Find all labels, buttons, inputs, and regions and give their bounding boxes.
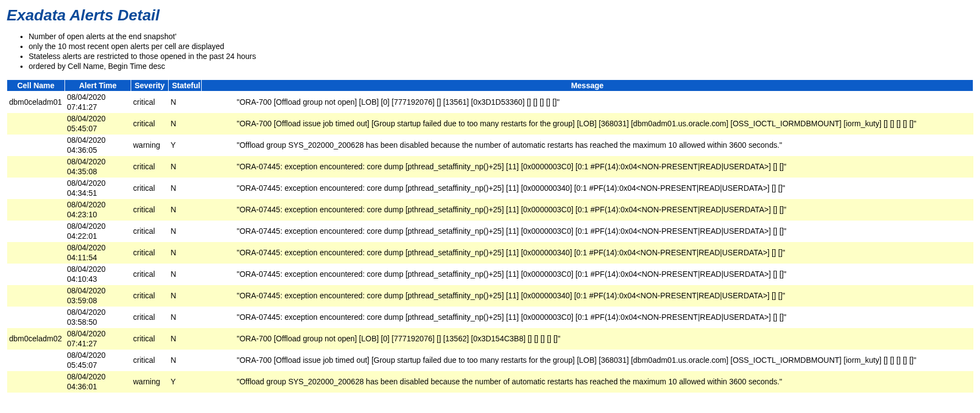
stateful-cell: Y <box>169 371 202 393</box>
stateful-cell: N <box>169 285 202 307</box>
alert-time-cell: 08/04/2020 07:41:27 <box>65 328 131 350</box>
severity-cell: critical <box>131 307 169 328</box>
gap-cell <box>202 135 235 156</box>
severity-cell: critical <box>131 350 169 371</box>
table-row: 08/04/2020 05:45:07criticalN"ORA-700 [Of… <box>7 350 973 371</box>
table-row: 08/04/2020 04:35:08criticalN"ORA-07445: … <box>7 156 973 178</box>
col-severity: Severity <box>131 80 169 92</box>
stateful-cell: N <box>169 242 202 264</box>
table-row: 08/04/2020 03:59:08criticalN"ORA-07445: … <box>7 285 973 307</box>
message-cell: "ORA-07445: exception encountered: core … <box>235 242 973 264</box>
gap-cell <box>202 199 235 221</box>
alert-time-cell: 08/04/2020 05:45:07 <box>65 350 131 371</box>
message-cell: "Offload group SYS_202000_200628 has bee… <box>235 371 973 393</box>
stateful-cell: N <box>169 221 202 242</box>
message-cell: "ORA-07445: exception encountered: core … <box>235 285 973 307</box>
stateful-cell: N <box>169 350 202 371</box>
alert-time-cell: 08/04/2020 04:22:01 <box>65 221 131 242</box>
gap-cell <box>202 371 235 393</box>
severity-cell: critical <box>131 221 169 242</box>
cell-name-cell <box>7 307 65 328</box>
stateful-cell: Y <box>169 135 202 156</box>
gap-cell <box>202 221 235 242</box>
table-row: 08/04/2020 04:23:10criticalN"ORA-07445: … <box>7 199 973 221</box>
message-cell: "Offload group SYS_202000_200628 has bee… <box>235 135 973 156</box>
alert-time-cell: 08/04/2020 04:35:08 <box>65 156 131 178</box>
severity-cell: critical <box>131 264 169 285</box>
gap-cell <box>202 264 235 285</box>
message-cell: "ORA-07445: exception encountered: core … <box>235 178 973 199</box>
col-message: Message <box>202 80 973 92</box>
message-cell: "ORA-07445: exception encountered: core … <box>235 156 973 178</box>
note-item: Number of open alerts at the end snapsho… <box>29 32 973 41</box>
stateful-cell: N <box>169 178 202 199</box>
gap-cell <box>202 350 235 371</box>
alert-time-cell: 08/04/2020 04:36:05 <box>65 135 131 156</box>
severity-cell: critical <box>131 285 169 307</box>
gap-cell <box>202 92 235 114</box>
notes-list: Number of open alerts at the end snapsho… <box>21 32 973 71</box>
table-row: 08/04/2020 03:58:50criticalN"ORA-07445: … <box>7 307 973 328</box>
cell-name-cell: dbm0celadm01 <box>7 92 65 114</box>
cell-name-cell <box>7 178 65 199</box>
table-row: 08/04/2020 04:36:01warningY"Offload grou… <box>7 371 973 393</box>
alert-time-cell: 08/04/2020 04:11:54 <box>65 242 131 264</box>
cell-name-cell <box>7 285 65 307</box>
cell-name-cell <box>7 199 65 221</box>
stateful-cell: N <box>169 156 202 178</box>
alert-time-cell: 08/04/2020 07:41:27 <box>65 92 131 114</box>
message-cell: "ORA-07445: exception encountered: core … <box>235 307 973 328</box>
stateful-cell: N <box>169 113 202 135</box>
cell-name-cell <box>7 221 65 242</box>
table-row: 08/04/2020 04:10:43criticalN"ORA-07445: … <box>7 264 973 285</box>
alert-time-cell: 08/04/2020 03:58:50 <box>65 307 131 328</box>
stateful-cell: N <box>169 199 202 221</box>
cell-name-cell <box>7 242 65 264</box>
gap-cell <box>202 242 235 264</box>
table-row: 08/04/2020 04:11:54criticalN"ORA-07445: … <box>7 242 973 264</box>
alert-time-cell: 08/04/2020 03:59:08 <box>65 285 131 307</box>
table-row: 08/04/2020 04:34:51criticalN"ORA-07445: … <box>7 178 973 199</box>
gap-cell <box>202 156 235 178</box>
cell-name-cell: dbm0celadm02 <box>7 328 65 350</box>
severity-cell: warning <box>131 371 169 393</box>
severity-cell: critical <box>131 199 169 221</box>
stateful-cell: N <box>169 92 202 114</box>
note-item: ordered by Cell Name, Begin Time desc <box>29 62 973 71</box>
alert-time-cell: 08/04/2020 04:34:51 <box>65 178 131 199</box>
table-row: 08/04/2020 05:45:07criticalN"ORA-700 [Of… <box>7 113 973 135</box>
col-stateful: Stateful <box>169 80 202 92</box>
alert-time-cell: 08/04/2020 04:36:01 <box>65 371 131 393</box>
table-row: 08/04/2020 04:36:05warningY"Offload grou… <box>7 135 973 156</box>
page-title: Exadata Alerts Detail <box>7 7 973 24</box>
cell-name-cell <box>7 156 65 178</box>
gap-cell <box>202 328 235 350</box>
alert-time-cell: 08/04/2020 04:23:10 <box>65 199 131 221</box>
alerts-table: Cell Name Alert Time Severity Stateful M… <box>7 79 973 393</box>
stateful-cell: N <box>169 328 202 350</box>
cell-name-cell <box>7 371 65 393</box>
gap-cell <box>202 113 235 135</box>
severity-cell: critical <box>131 328 169 350</box>
severity-cell: critical <box>131 113 169 135</box>
severity-cell: critical <box>131 92 169 114</box>
severity-cell: critical <box>131 156 169 178</box>
table-row: 08/04/2020 04:22:01criticalN"ORA-07445: … <box>7 221 973 242</box>
severity-cell: warning <box>131 135 169 156</box>
col-alert-time: Alert Time <box>65 80 131 92</box>
message-cell: "ORA-700 [Offload issue job timed out] [… <box>235 113 973 135</box>
message-cell: "ORA-700 [Offload issue job timed out] [… <box>235 350 973 371</box>
message-cell: "ORA-700 [Offload group not open] [LOB] … <box>235 92 973 114</box>
cell-name-cell <box>7 264 65 285</box>
gap-cell <box>202 178 235 199</box>
severity-cell: critical <box>131 242 169 264</box>
stateful-cell: N <box>169 307 202 328</box>
message-cell: "ORA-700 [Offload group not open] [LOB] … <box>235 328 973 350</box>
note-item: only the 10 most recent open alerts per … <box>29 42 973 51</box>
note-item: Stateless alerts are restricted to those… <box>29 52 973 61</box>
col-cell-name: Cell Name <box>7 80 65 92</box>
message-cell: "ORA-07445: exception encountered: core … <box>235 221 973 242</box>
table-row: dbm0celadm0108/04/2020 07:41:27criticalN… <box>7 92 973 114</box>
severity-cell: critical <box>131 178 169 199</box>
alert-time-cell: 08/04/2020 04:10:43 <box>65 264 131 285</box>
